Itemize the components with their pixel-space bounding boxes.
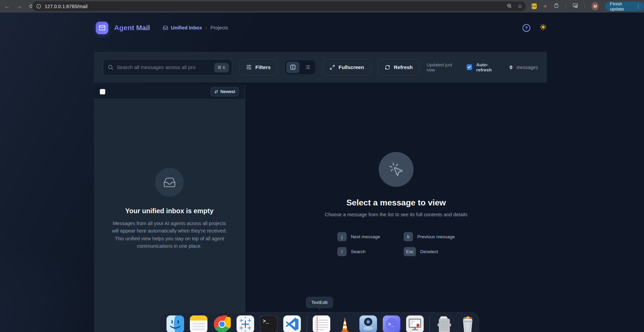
svg-text:>_: >_	[263, 318, 269, 325]
shortcut-next-message: j Next message	[337, 232, 388, 241]
browser-back-button[interactable]: ←	[2, 1, 12, 12]
inbox-empty-body: Messages from all your AI agents across …	[112, 220, 227, 250]
refresh-button[interactable]: Refresh	[378, 59, 420, 75]
columns-icon	[290, 64, 296, 70]
sort-arrows-icon	[214, 90, 218, 94]
screen-search-icon[interactable]	[572, 3, 578, 10]
message-count: 0	[510, 64, 512, 70]
finish-update-button[interactable]: Finish update ⋮	[605, 2, 644, 11]
keyboard-shortcuts: j Next message k Previous message / Sear…	[337, 232, 455, 256]
notes-icon[interactable]	[190, 315, 207, 332]
terminal-alt-icon[interactable]: >_	[383, 315, 400, 332]
finder-icon[interactable]	[166, 315, 184, 332]
fullscreen-icon	[330, 65, 335, 70]
inbox-empty-state: Your unified inbox is empty Messages fro…	[94, 99, 245, 250]
inbox-empty-icon-circle	[155, 168, 184, 197]
app-header: Agent Mail Unified Inbox › Projects ?	[96, 17, 547, 39]
terminal-icon[interactable]: >_	[260, 315, 277, 332]
chevron-right-icon: ›	[205, 25, 207, 30]
address-bar[interactable]: 127.0.0.1:8765/mail ☆	[32, 1, 526, 11]
profile-avatar[interactable]: M	[592, 2, 599, 10]
status-cluster: Updated just now Auto-refresh 0 messages	[426, 62, 538, 72]
toolbar-divider	[585, 3, 585, 9]
chrome-icon[interactable]	[213, 315, 231, 332]
inbox-icon	[163, 25, 168, 30]
shortcut-previous-message: k Previous message	[404, 232, 455, 241]
site-info-icon[interactable]	[36, 4, 41, 9]
breadcrumb: Unified Inbox › Projects	[163, 25, 228, 30]
url-text: 127.0.0.1:8765/mail	[45, 4, 88, 9]
app-logo[interactable]	[96, 22, 108, 34]
printer-icon[interactable]	[436, 315, 453, 332]
browser-toolbar: ← → ⟳ 127.0.0.1:8765/mail ☆ •••	[0, 0, 644, 13]
check-icon	[467, 65, 471, 69]
inbox-icon	[163, 176, 176, 189]
dock-tooltip: TextEdit	[306, 297, 333, 308]
breadcrumb-projects[interactable]: Projects	[210, 25, 228, 30]
help-button[interactable]: ?	[523, 24, 530, 32]
browser-forward-button[interactable]: →	[14, 1, 24, 12]
autorefresh-label: Auto-refresh	[476, 62, 503, 72]
list-icon	[305, 64, 310, 70]
detail-empty-subtitle: Choose a message from the list to see it…	[325, 212, 468, 217]
key-badge: Esc	[404, 247, 416, 256]
vscode-icon[interactable]	[283, 315, 301, 332]
textedit-icon[interactable]	[313, 315, 330, 332]
filters-button[interactable]: Filters	[239, 59, 277, 75]
extension-yellow-icon[interactable]: •••	[532, 3, 537, 9]
screen: ← → ⟳ 127.0.0.1:8765/mail ☆ •••	[0, 0, 644, 332]
mail-icon	[99, 24, 106, 31]
refresh-icon	[385, 65, 390, 70]
svg-text:>_: >_	[388, 322, 394, 327]
view-toggle-group	[285, 60, 316, 75]
key-badge: k	[404, 232, 413, 241]
browser-menu-icon[interactable]: ⋮	[635, 4, 642, 9]
vlc-icon[interactable]	[336, 315, 354, 332]
search-box[interactable]: ⌘ K	[103, 59, 232, 75]
search-icon	[108, 64, 113, 70]
updated-status: Updated just now	[426, 62, 461, 72]
screen-capture-icon[interactable]	[359, 315, 377, 332]
extension-starburst-icon[interactable]: ✳	[543, 3, 548, 9]
extension-jar-icon[interactable]	[554, 3, 559, 10]
key-badge: j	[337, 232, 347, 241]
list-header: Newest	[94, 85, 245, 99]
search-input[interactable]	[117, 64, 227, 70]
screen-recorder-icon[interactable]	[406, 315, 424, 332]
messages-label: messages	[516, 65, 538, 70]
zoom-icon[interactable]	[507, 3, 512, 10]
toolbar-divider	[565, 3, 566, 9]
key-badge: /	[337, 247, 347, 256]
sort-newest-button[interactable]: Newest	[210, 87, 239, 96]
autorefresh-checkbox[interactable]	[467, 64, 472, 70]
search-shortcut-badge: ⌘ K	[214, 63, 228, 72]
bookmark-star-icon[interactable]: ☆	[517, 3, 523, 10]
fullscreen-button[interactable]: Fullscreen	[323, 59, 371, 75]
detail-empty-title: Select a message to view	[346, 198, 446, 207]
message-detail-panel: Select a message to view Choose a messag…	[245, 85, 547, 332]
inbox-empty-title: Your unified inbox is empty	[125, 207, 214, 215]
dock-divider	[307, 316, 307, 332]
select-all-checkbox[interactable]	[100, 89, 105, 94]
sliders-icon	[246, 64, 252, 70]
message-toolbar: ⌘ K Filters	[94, 52, 547, 83]
split-view-button[interactable]	[286, 62, 299, 73]
shortcut-search: / Search	[337, 247, 388, 256]
shortcut-deselect: Esc Deselect	[404, 247, 455, 256]
tableau-icon[interactable]	[237, 315, 254, 332]
select-message-icon-circle	[379, 152, 414, 187]
breadcrumb-unified-inbox[interactable]: Unified Inbox	[163, 25, 202, 30]
cursor-click-icon	[388, 162, 404, 177]
list-view-button[interactable]	[301, 62, 314, 73]
theme-toggle-sun-icon[interactable]	[539, 23, 547, 32]
message-list-panel: Newest Your unified inbox is empty Messa…	[94, 85, 245, 332]
dock: >_	[159, 312, 479, 332]
dock-divider	[429, 316, 430, 332]
trash-icon[interactable]	[459, 315, 476, 332]
app-title: Agent Mail	[114, 24, 150, 32]
